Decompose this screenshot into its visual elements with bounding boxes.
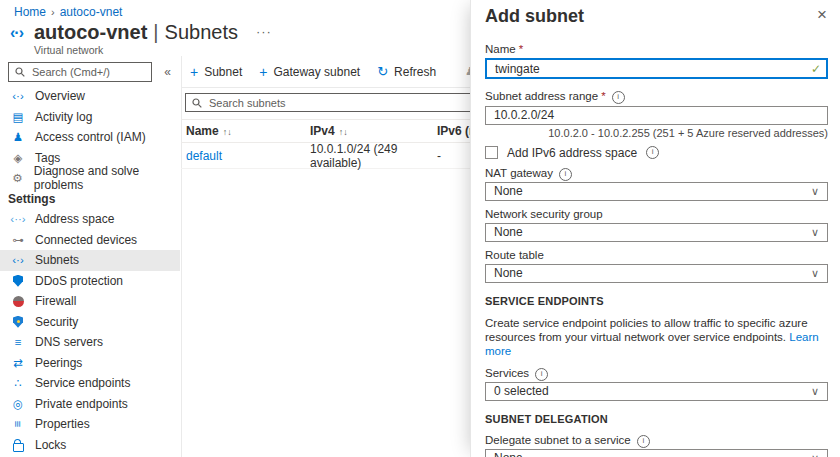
nat-gateway-label: NAT gatewayi bbox=[485, 166, 828, 180]
info-icon[interactable]: i bbox=[535, 368, 548, 381]
sidebar-item-label: Activity log bbox=[35, 110, 92, 124]
services-select[interactable]: 0 selected ∨ bbox=[485, 382, 828, 401]
diagnose-icon: ⚙ bbox=[10, 171, 25, 185]
subnet-search[interactable] bbox=[185, 93, 485, 112]
collapse-sidebar-icon[interactable]: « bbox=[164, 65, 171, 79]
sidebar-search[interactable] bbox=[8, 62, 152, 82]
resource-name: autoco-vnet bbox=[34, 21, 147, 43]
subnet-name-link[interactable]: default bbox=[186, 149, 310, 163]
chevron-down-icon: ∨ bbox=[811, 452, 819, 457]
more-options-icon[interactable]: ··· bbox=[256, 24, 272, 39]
add-subnet-panel: Add subnet × Name* ✓ Subnet address rang… bbox=[470, 0, 840, 457]
subnet-address-range-label: Subnet address range*i bbox=[485, 89, 828, 103]
sidebar-item-access-control[interactable]: ♟ Access control (IAM) bbox=[0, 127, 180, 148]
sidebar-item-activity-log[interactable]: ▤ Activity log bbox=[0, 107, 180, 128]
sidebar-item-subnets[interactable]: ‹·› Subnets bbox=[0, 250, 180, 271]
ddos-protection-icon bbox=[10, 275, 26, 287]
required-asterisk: * bbox=[601, 90, 605, 102]
route-table-select[interactable]: None ∨ bbox=[485, 264, 828, 283]
breadcrumb-current-link[interactable]: autoco-vnet bbox=[60, 5, 123, 19]
info-icon[interactable]: i bbox=[646, 146, 659, 159]
refresh-button[interactable]: ↻ Refresh bbox=[377, 64, 436, 79]
sidebar-item-locks[interactable]: Locks bbox=[0, 435, 180, 456]
page-header: ‹·› autoco-vnet|Subnets··· Virtual netwo… bbox=[10, 21, 272, 56]
search-icon bbox=[15, 67, 25, 77]
sidebar-item-firewall[interactable]: Firewall bbox=[0, 291, 180, 312]
virtual-network-icon: ‹·› bbox=[10, 24, 34, 42]
sidebar-item-label: Locks bbox=[35, 438, 66, 452]
delegate-subnet-select[interactable]: None ∨ bbox=[485, 449, 828, 457]
plus-icon: + bbox=[259, 64, 267, 80]
table-row[interactable]: default 10.0.1.0/24 (249 available) - bbox=[181, 142, 481, 169]
required-asterisk: * bbox=[519, 43, 523, 55]
info-icon[interactable]: i bbox=[612, 91, 625, 104]
dns-servers-icon: ≡ bbox=[10, 336, 26, 348]
ipv6-checkbox-label: Add IPv6 address space bbox=[507, 146, 637, 160]
sidebar-item-connected-devices[interactable]: ⊶ Connected devices bbox=[0, 230, 180, 251]
toolbar-button-label: Refresh bbox=[394, 65, 436, 79]
toolbar-button-label: Subnet bbox=[204, 65, 242, 79]
ipv6-checkbox[interactable] bbox=[485, 146, 498, 159]
subnet-search-input[interactable] bbox=[207, 96, 478, 110]
sort-icon: ↑↓ bbox=[223, 127, 232, 137]
subnets-content: + Subnet + Gateway subnet ↻ Refresh ♟ Ma… bbox=[181, 56, 471, 457]
sidebar-item-label: Private endpoints bbox=[35, 397, 128, 411]
sidebar-item-private-endpoints[interactable]: ◎ Private endpoints bbox=[0, 394, 180, 415]
sidebar-item-label: Tags bbox=[35, 151, 60, 165]
blade-name: Subnets bbox=[165, 21, 238, 43]
valid-check-icon: ✓ bbox=[811, 61, 821, 75]
sidebar-item-service-endpoints[interactable]: ∴ Service endpoints bbox=[0, 373, 180, 394]
service-endpoints-heading: SERVICE ENDPOINTS bbox=[485, 295, 828, 308]
sidebar-item-label: Overview bbox=[35, 89, 85, 103]
sidebar-item-dns-servers[interactable]: ≡ DNS servers bbox=[0, 332, 180, 353]
sidebar-item-ddos-protection[interactable]: DDoS protection bbox=[0, 271, 180, 292]
sidebar-item-overview[interactable]: ‹·› Overview bbox=[0, 86, 180, 107]
security-icon bbox=[10, 316, 26, 328]
subnet-address-range-field[interactable] bbox=[485, 106, 828, 125]
sidebar: « ‹·› Overview ▤ Activity log ♟ Access c… bbox=[0, 56, 182, 457]
toolbar: + Subnet + Gateway subnet ↻ Refresh ♟ Ma… bbox=[181, 56, 471, 88]
selected-value: None bbox=[494, 266, 523, 280]
subnet-delegation-heading: SUBNET DELEGATION bbox=[485, 413, 828, 426]
service-endpoints-description: Create service endpoint policies to allo… bbox=[485, 316, 828, 358]
add-gateway-subnet-button[interactable]: + Gateway subnet bbox=[259, 64, 360, 80]
address-range-helper-text: 10.0.2.0 - 10.0.2.255 (251 + 5 Azure res… bbox=[485, 127, 828, 140]
firewall-icon bbox=[10, 296, 26, 307]
service-endpoints-icon: ∴ bbox=[10, 376, 26, 390]
title-separator: | bbox=[147, 21, 164, 43]
access-control-icon: ♟ bbox=[10, 130, 26, 144]
page-title: autoco-vnet|Subnets··· bbox=[34, 21, 272, 43]
network-security-group-select[interactable]: None ∨ bbox=[485, 223, 828, 242]
info-icon[interactable]: i bbox=[637, 435, 650, 448]
subnets-icon: ‹·› bbox=[10, 254, 26, 266]
close-icon[interactable]: × bbox=[817, 6, 827, 24]
chevron-down-icon: ∨ bbox=[811, 226, 819, 239]
sidebar-item-label: Connected devices bbox=[35, 233, 137, 247]
panel-body: Name* ✓ Subnet address range*i 10.0.2.0 … bbox=[485, 42, 828, 457]
column-header-name[interactable]: Name↑↓ bbox=[186, 124, 310, 138]
sidebar-search-input[interactable] bbox=[30, 65, 145, 79]
sidebar-item-diagnose[interactable]: ⚙ Diagnose and solve problems bbox=[0, 168, 180, 189]
name-field[interactable] bbox=[485, 58, 828, 79]
sidebar-item-address-space[interactable]: ‹··› Address space bbox=[0, 209, 180, 230]
route-table-label: Route table bbox=[485, 248, 828, 262]
sort-icon: ↑↓ bbox=[339, 127, 348, 137]
sidebar-item-properties[interactable]: ≡ Properties bbox=[0, 414, 180, 435]
nat-gateway-select[interactable]: None ∨ bbox=[485, 182, 828, 201]
column-header-ipv4[interactable]: IPv4↑↓ bbox=[310, 124, 437, 138]
add-subnet-button[interactable]: + Subnet bbox=[190, 64, 242, 80]
selected-value: None bbox=[494, 225, 523, 239]
sidebar-item-label: Peerings bbox=[35, 356, 82, 370]
breadcrumb-separator: › bbox=[46, 6, 60, 18]
breadcrumb-home-link[interactable]: Home bbox=[14, 5, 46, 19]
selected-value: None bbox=[494, 184, 523, 198]
info-icon[interactable]: i bbox=[559, 168, 572, 181]
locks-icon bbox=[10, 438, 26, 452]
breadcrumb: Home›autoco-vnet bbox=[14, 5, 122, 19]
connected-devices-icon: ⊶ bbox=[10, 233, 26, 247]
address-space-icon: ‹··› bbox=[10, 213, 26, 225]
sidebar-item-security[interactable]: Security bbox=[0, 312, 180, 333]
chevron-down-icon: ∨ bbox=[811, 267, 819, 280]
selected-value: 0 selected bbox=[494, 384, 549, 398]
sidebar-item-peerings[interactable]: ⇄ Peerings bbox=[0, 353, 180, 374]
